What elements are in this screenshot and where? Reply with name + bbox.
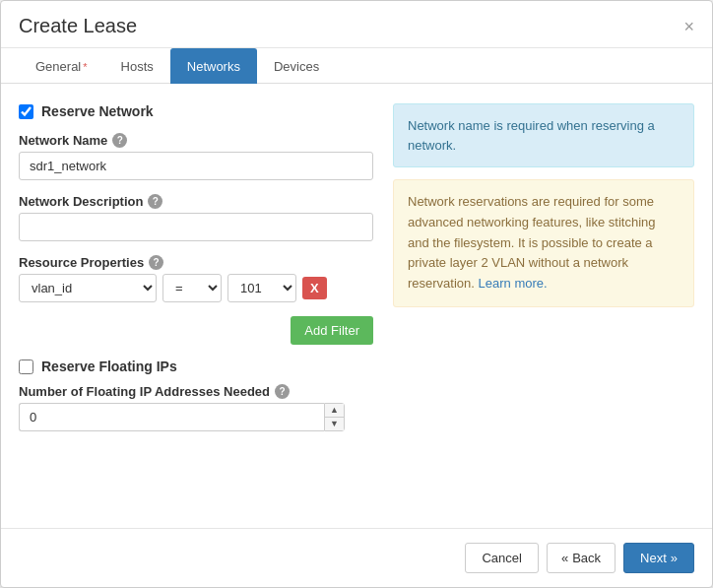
network-name-input[interactable] [19, 152, 373, 180]
network-name-label-row: Network Name ? [19, 133, 373, 148]
reserve-floating-ips-checkbox[interactable] [19, 359, 33, 374]
resource-props-row: vlan_id = 101 X [19, 274, 373, 302]
modal-title: Create Lease [19, 15, 137, 37]
general-required-asterisk: * [83, 61, 87, 73]
network-description-label-row: Network Description ? [19, 194, 373, 209]
network-name-help-icon: ? [112, 133, 127, 148]
tab-bar: General* Hosts Networks Devices [1, 48, 712, 84]
left-panel: Reserve Network Network Name ? Network D… [19, 103, 373, 512]
add-filter-button[interactable]: Add Filter [291, 316, 373, 345]
tab-general[interactable]: General* [19, 48, 104, 84]
reserve-floating-ips-row: Reserve Floating IPs [19, 359, 373, 374]
floating-ip-count-label-row: Number of Floating IP Addresses Needed ? [19, 384, 373, 399]
network-description-help-icon: ? [148, 194, 162, 209]
network-name-group: Network Name ? [19, 133, 373, 180]
reserve-network-label[interactable]: Reserve Network [41, 103, 154, 119]
tab-devices[interactable]: Devices [257, 48, 336, 84]
close-button[interactable]: × [683, 18, 694, 35]
stepper-down-button[interactable]: ▼ [325, 418, 344, 430]
next-button[interactable]: Next » [623, 543, 694, 573]
floating-ip-count-help-icon: ? [275, 384, 290, 399]
reserve-network-row: Reserve Network [19, 103, 373, 119]
floating-ip-count-input[interactable] [19, 403, 324, 431]
stepper-up-button[interactable]: ▲ [325, 404, 344, 418]
create-lease-modal: Create Lease × General* Hosts Networks D… [0, 0, 713, 588]
modal-body: Reserve Network Network Name ? Network D… [1, 84, 712, 528]
network-description-input[interactable] [19, 213, 373, 241]
resource-operator-select[interactable]: = [162, 274, 222, 302]
modal-header: Create Lease × [1, 1, 712, 48]
resource-properties-label-row: Resource Properties ? [19, 255, 373, 270]
tab-networks[interactable]: Networks [170, 48, 257, 84]
reserve-floating-ips-label[interactable]: Reserve Floating IPs [41, 359, 177, 374]
floating-ip-section: Reserve Floating IPs Number of Floating … [19, 359, 373, 431]
resource-properties-help-icon: ? [149, 255, 163, 270]
stepper-buttons: ▲ ▼ [324, 403, 345, 431]
back-button[interactable]: « Back [547, 543, 616, 573]
alert-yellow: Network reservations are required for so… [393, 179, 694, 307]
alert-blue: Network name is required when reserving … [393, 103, 694, 167]
network-description-group: Network Description ? [19, 194, 373, 241]
modal-footer: Cancel « Back Next » [1, 528, 712, 587]
resource-properties-group: Resource Properties ? vlan_id = 101 X [19, 255, 373, 302]
right-panel: Network name is required when reserving … [393, 103, 694, 512]
resource-key-select[interactable]: vlan_id [19, 274, 157, 302]
resource-value-select[interactable]: 101 [227, 274, 296, 302]
floating-ip-count-group: Number of Floating IP Addresses Needed ?… [19, 384, 373, 431]
stepper-row: ▲ ▼ [19, 403, 373, 431]
add-filter-row: Add Filter [19, 316, 373, 345]
tab-hosts[interactable]: Hosts [104, 48, 170, 84]
cancel-button[interactable]: Cancel [465, 543, 538, 573]
learn-more-link[interactable]: Learn more. [479, 276, 548, 291]
remove-filter-button[interactable]: X [302, 277, 327, 299]
reserve-network-checkbox[interactable] [19, 104, 33, 119]
